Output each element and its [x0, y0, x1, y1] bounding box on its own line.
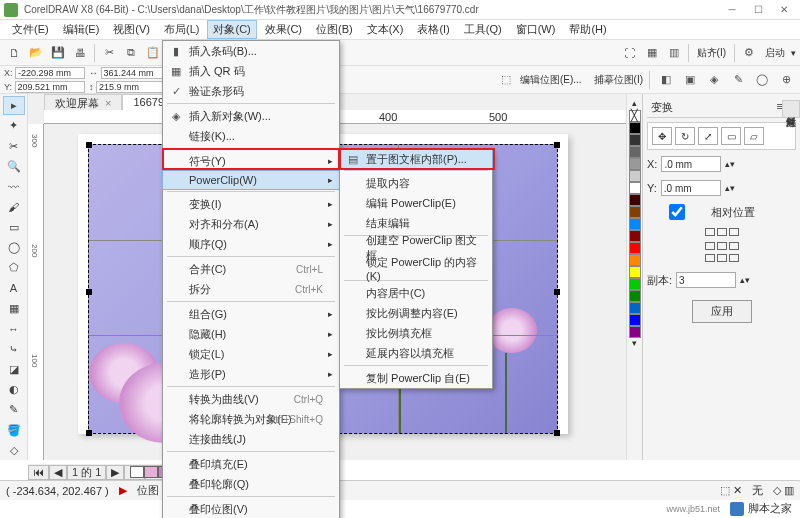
edit-bitmap-button[interactable]: 编辑位图(E)...	[520, 73, 582, 87]
relative-checkbox[interactable]	[647, 204, 707, 220]
menu-layout[interactable]: 布局(L)	[158, 20, 205, 39]
mi-powerclip[interactable]: PowerClip(W)▸	[162, 170, 340, 190]
minimize-button[interactable]: ─	[720, 2, 744, 18]
copy-icon[interactable]: ⧉	[121, 43, 141, 63]
position-icon[interactable]: ✥	[652, 127, 672, 145]
menu-tools[interactable]: 工具(Q)	[458, 20, 508, 39]
close-button[interactable]: ✕	[772, 2, 796, 18]
cut-icon[interactable]: ✂	[99, 43, 119, 63]
mi-shaping[interactable]: 造形(P)▸	[163, 364, 339, 384]
connector-tool[interactable]: ⤷	[3, 339, 25, 358]
height-input[interactable]	[96, 81, 166, 93]
menu-window[interactable]: 窗口(W)	[510, 20, 562, 39]
anchor-grid[interactable]	[647, 254, 796, 262]
size-icon[interactable]: ▭	[721, 127, 741, 145]
menu-text[interactable]: 文本(X)	[361, 20, 410, 39]
zoom-tool[interactable]: 🔍	[3, 157, 25, 176]
transform-y-input[interactable]	[661, 180, 721, 196]
skew-icon[interactable]: ▱	[744, 127, 764, 145]
width-input[interactable]	[101, 67, 171, 79]
menu-edit[interactable]: 编辑(E)	[57, 20, 106, 39]
color-swatch[interactable]	[144, 466, 158, 478]
dimension-tool[interactable]: ↔	[3, 319, 25, 338]
snap-dropdown[interactable]: 贴齐(I)	[693, 46, 730, 60]
no-color-swatch[interactable]: ╳	[629, 110, 641, 122]
prev-page-button[interactable]: ◀	[49, 465, 67, 480]
pick-tool[interactable]: ▸	[3, 96, 25, 115]
freehand-tool[interactable]: 〰	[3, 177, 25, 196]
eyedropper-tool[interactable]: ✎	[3, 400, 25, 419]
mi-lock[interactable]: 锁定(L)▸	[163, 344, 339, 364]
mi-transform[interactable]: 变换(I)▸	[163, 194, 339, 214]
color-swatch[interactable]	[629, 266, 641, 278]
color-swatch[interactable]	[629, 290, 641, 302]
selection-handle[interactable]	[554, 142, 560, 148]
mi-symbol[interactable]: 符号(Y)▸	[163, 151, 339, 171]
menu-effects[interactable]: 效果(C)	[259, 20, 308, 39]
ellipse-tool[interactable]: ◯	[3, 238, 25, 257]
color-swatch[interactable]	[629, 206, 641, 218]
mi-link[interactable]: 链接(K)...	[163, 126, 339, 146]
open-icon[interactable]: 📂	[26, 43, 46, 63]
table-tool[interactable]: ▦	[3, 299, 25, 318]
mi-insert-new[interactable]: ◈插入新对象(W)...	[163, 106, 339, 126]
tab-welcome[interactable]: 欢迎屏幕×	[44, 94, 122, 110]
menu-bitmap[interactable]: 位图(B)	[310, 20, 359, 39]
color-swatch[interactable]	[629, 134, 641, 146]
save-icon[interactable]: 💾	[48, 43, 68, 63]
grid-icon[interactable]: ▦	[642, 43, 662, 63]
transform-x-input[interactable]	[661, 156, 721, 172]
rotate-icon[interactable]: ↻	[675, 127, 695, 145]
first-page-button[interactable]: ⏮	[28, 465, 49, 480]
options-icon[interactable]: ⚙	[739, 43, 759, 63]
crop-icon[interactable]: ⬚	[496, 70, 516, 90]
mi-order[interactable]: 顺序(Q)▸	[163, 234, 339, 254]
selection-handle[interactable]	[86, 289, 92, 295]
print-icon[interactable]: 🖶	[70, 43, 90, 63]
menu-help[interactable]: 帮助(H)	[563, 20, 612, 39]
menu-object[interactable]: 对象(C)	[207, 20, 256, 39]
color-swatch[interactable]	[629, 170, 641, 182]
trace-icon[interactable]: ✎	[728, 70, 748, 90]
shape-tool[interactable]: ✦	[3, 116, 25, 135]
mi-group[interactable]: 组合(G)▸	[163, 304, 339, 324]
mask-icon[interactable]: ▣	[680, 70, 700, 90]
add-icon[interactable]: ⊕	[776, 70, 796, 90]
text-tool[interactable]: A	[3, 279, 25, 298]
new-icon[interactable]: 🗋	[4, 43, 24, 63]
color-swatch[interactable]	[629, 314, 641, 326]
fullscreen-icon[interactable]: ⛶	[620, 43, 640, 63]
mi-insert-qr[interactable]: ▦插入 QR 码	[163, 61, 339, 81]
outline-tool[interactable]: ◇	[3, 441, 25, 460]
next-page-button[interactable]: ▶	[106, 465, 124, 480]
rectangle-tool[interactable]: ▭	[3, 218, 25, 237]
anchor-grid[interactable]	[647, 228, 796, 236]
color-swatch[interactable]	[629, 326, 641, 338]
artistic-tool[interactable]: 🖌	[3, 197, 25, 216]
anchor-grid[interactable]	[647, 242, 796, 250]
fill-tool[interactable]: 🪣	[3, 421, 25, 440]
menu-file[interactable]: 文件(E)	[6, 20, 55, 39]
wrap-icon[interactable]: ◈	[704, 70, 724, 90]
color-swatch[interactable]	[629, 122, 641, 134]
color-swatch[interactable]	[629, 218, 641, 230]
copies-input[interactable]	[676, 272, 736, 288]
mi-validate-barcode[interactable]: ✓验证条形码	[163, 81, 339, 101]
mi-overprint-bitmap[interactable]: 叠印位图(V)	[163, 499, 339, 518]
selection-handle[interactable]	[554, 430, 560, 436]
menu-view[interactable]: 视图(V)	[107, 20, 156, 39]
color-swatch[interactable]	[629, 302, 641, 314]
color-swatch[interactable]	[629, 242, 641, 254]
menu-table[interactable]: 表格(I)	[411, 20, 455, 39]
transparency-tool[interactable]: ◐	[3, 380, 25, 399]
paste-icon[interactable]: 📋	[143, 43, 163, 63]
color-swatch[interactable]	[629, 230, 641, 242]
mi-align[interactable]: 对齐和分布(A)▸	[163, 214, 339, 234]
color-swatch[interactable]	[629, 254, 641, 266]
mi-hide[interactable]: 隐藏(H)▸	[163, 324, 339, 344]
trace-bitmap-button[interactable]: 捕摹位图(I)	[594, 73, 643, 87]
color-swatch[interactable]	[629, 146, 641, 158]
object-properties-tab[interactable]: 对象属性	[782, 100, 800, 118]
color-swatch[interactable]	[629, 158, 641, 170]
scale-icon[interactable]: ⤢	[698, 127, 718, 145]
